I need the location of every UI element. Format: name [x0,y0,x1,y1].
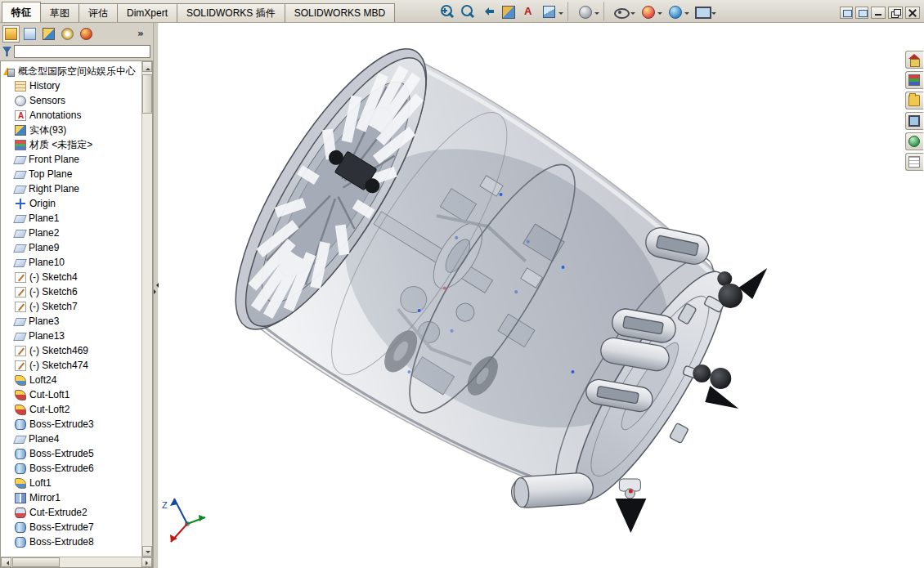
hide-show-items[interactable] [611,2,637,21]
panel-splitter[interactable] [153,23,159,568]
chevron-down-icon [594,12,599,17]
tree-item-label: Cut-Extrude2 [29,507,87,518]
tree-item[interactable]: (-) Sketch4 [3,270,139,284]
scrollbar-thumb[interactable] [12,557,60,567]
tree-item[interactable]: Boss-Extrude6 [3,461,139,476]
tree-item[interactable]: Front Plane [3,152,139,167]
appearances[interactable] [905,132,923,150]
scroll-right-icon[interactable] [141,557,152,567]
previous-view[interactable] [478,2,497,21]
panel-overflow-button[interactable]: » [133,26,148,41]
ribbon-tab-label: SOLIDWORKS 插件 [186,7,276,20]
tree-item-icon [13,436,27,444]
ribbon-tab[interactable]: DimXpert [117,3,177,22]
displaymanager[interactable] [78,25,95,42]
model-3d-view[interactable]: Z [159,23,924,568]
tree-item[interactable]: Cut-Loft2 [3,402,139,417]
tree-item[interactable]: Loft24 [3,373,139,387]
zoom-to-area[interactable] [457,2,477,21]
dimxpertmanager[interactable] [59,25,76,42]
tree-item[interactable]: Boss-Extrude7 [3,520,139,534]
tree-item[interactable]: Cut-Loft1 [3,387,139,402]
tree-item[interactable]: Plane13 [3,329,139,343]
scroll-down-icon[interactable] [142,546,152,557]
tree-item[interactable]: 材质 <未指定> [3,137,139,152]
solidworks-window: 特征 草图 评估 DimXpert SOLIDWORKS 插件 SOLIDWOR… [0,0,924,568]
scrollbar-thumb[interactable] [142,74,152,114]
configurationmanager[interactable] [40,25,57,42]
tree-item-icon [15,96,26,106]
tree-item[interactable]: Origin [3,196,139,211]
tree-item-label: Plane1 [29,212,59,224]
tree-item[interactable]: Annotations [3,108,139,123]
tool-icon [479,3,496,20]
ribbon-tab[interactable]: 特征 [2,2,41,22]
minimize-button[interactable] [871,7,886,19]
orientation-triad: Z [162,499,205,542]
scroll-left-icon[interactable] [1,557,11,567]
tree-filter-input[interactable] [14,45,150,58]
window-controls [840,7,920,19]
featuremanager-tree[interactable] [2,25,20,42]
tree-item[interactable]: Boss-Extrude5 [3,446,139,461]
zoom-to-fit[interactable] [437,2,456,21]
tree-item[interactable]: Plane2 [3,226,139,240]
ribbon-tab-label: SOLIDWORKS MBD [294,7,385,19]
graphics-viewport[interactable]: Z [159,23,924,568]
ribbon-tab[interactable]: SOLIDWORKS MBD [285,3,395,22]
tree-item[interactable]: Boss-Extrude8 [3,534,139,549]
ribbon-tab[interactable]: SOLIDWORKS 插件 [177,3,285,22]
tree-item[interactable]: Plane4 [3,432,139,446]
view-orientation[interactable] [539,2,568,21]
tree-item[interactable]: Right Plane [3,181,139,196]
tree-item[interactable]: (-) Sketch6 [3,284,139,299]
tree-item-icon [15,522,26,533]
tree-item-label: Plane4 [29,433,59,445]
task-pane-icon [908,156,920,168]
tree-item[interactable]: Boss-Extrude3 [3,417,139,432]
tool-icon [666,3,683,20]
tree-item[interactable]: Plane1 [3,211,139,226]
ribbon-tab[interactable]: 评估 [78,3,118,22]
tree-item[interactable]: Loft1 [3,476,139,490]
annotation-view[interactable] [518,2,538,21]
scroll-up-icon[interactable] [142,61,152,72]
task-pane-icon [908,95,920,106]
tree-filter-row [0,44,153,60]
tree-item[interactable]: History [3,78,139,93]
view-palette[interactable] [905,112,923,130]
tree-item[interactable]: Top Plane [3,167,139,181]
close-button[interactable] [905,7,920,19]
tree-item[interactable]: 实体(93) [3,123,139,137]
filter-funnel-icon [2,47,11,56]
tree-item[interactable]: (-) Sketch7 [3,299,139,314]
tree-item[interactable]: Plane9 [3,240,139,255]
tree-item[interactable]: (-) Sketch474 [3,358,139,373]
custom-properties[interactable] [905,153,923,171]
section-view[interactable] [498,2,518,21]
restore-button[interactable] [888,7,903,19]
tree-item[interactable]: (-) Sketch469 [3,343,139,358]
view-settings[interactable] [692,2,718,21]
ribbon-tab[interactable]: 草图 [40,3,79,22]
tree-vertical-scrollbar[interactable] [141,61,152,557]
file-explorer[interactable] [905,92,923,110]
splitter-handle-icon[interactable] [154,275,158,302]
tree-item[interactable]: Mirror1 [3,490,139,505]
tree-item[interactable]: Sensors [3,93,139,108]
display-style[interactable] [575,2,604,21]
tree-item[interactable]: Plane3 [3,314,139,329]
doc-window-icon[interactable] [840,7,853,19]
tree-horizontal-scrollbar[interactable] [0,557,153,568]
tree-item-icon [15,493,26,503]
propertymanager[interactable] [21,25,38,42]
tool-icon [693,3,710,20]
edit-appearance[interactable] [638,2,664,21]
resources-home[interactable] [905,51,923,69]
tree-item[interactable]: Plane10 [3,255,139,270]
tree-item[interactable]: Cut-Extrude2 [3,505,139,520]
doc-window-icon[interactable] [855,7,868,19]
tree-item[interactable]: 概念型国际空间站娱乐中心 [3,64,139,78]
apply-scene[interactable] [665,2,691,21]
design-library[interactable] [905,71,923,89]
